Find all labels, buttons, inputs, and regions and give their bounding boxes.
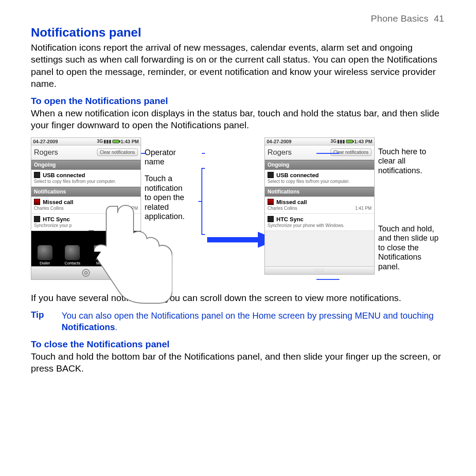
panel-empty-area — [265, 231, 374, 266]
home-icon — [82, 269, 90, 277]
operator-row: Rogers Clear notifications — [265, 145, 374, 160]
dock-mail[interactable]: Mail — [93, 245, 108, 265]
annot-operator: Operator name — [145, 148, 190, 167]
notifications-header: Notifications — [265, 187, 374, 197]
status-date: 04-27-2009 — [33, 139, 58, 144]
tip-block: Tip You can also open the Notifications … — [31, 310, 445, 333]
operator-name: Rogers — [268, 148, 292, 157]
signal-3g-icon: 3G — [331, 139, 336, 144]
ongoing-header: Ongoing — [31, 160, 141, 170]
contacts-icon — [65, 245, 80, 260]
battery-icon — [112, 140, 119, 143]
sync-icon — [268, 216, 274, 222]
signal-3g-icon: 3G — [97, 139, 103, 144]
heading-open-panel: To open the Notifications panel — [31, 96, 445, 106]
notification-htc-sync[interactable]: HTC Sync Synchronize your p — [31, 214, 141, 231]
status-bar: 04-27-2009 3G ▮▮▮ 1:43 PM — [31, 138, 141, 145]
figure-row: 04-27-2009 3G ▮▮▮ 1:43 PM Rogers Clear n… — [31, 138, 445, 287]
sync-icon — [34, 216, 40, 222]
usb-icon — [34, 172, 40, 178]
dialer-icon — [37, 245, 52, 260]
drag-handle[interactable]: ::::: — [265, 266, 374, 274]
ongoing-header: Ongoing — [265, 160, 374, 170]
signal-bars-icon: ▮▮▮ — [104, 139, 112, 144]
status-time: 1:43 PM — [120, 139, 139, 144]
status-bar: 04-27-2009 3G ▮▮▮ 1:43 PM — [265, 138, 374, 145]
clear-notifications-button[interactable]: Clear notifications — [331, 149, 372, 156]
notifications-header: Notifications — [31, 187, 141, 197]
signal-bars-icon: ▮▮▮ — [337, 139, 345, 144]
missed-call-icon — [268, 199, 274, 205]
dock-dialer[interactable]: Dialer — [37, 245, 52, 265]
notification-usb[interactable]: USB connected Select to copy files to/fr… — [265, 170, 374, 187]
notification-missed-call[interactable]: Missed call Charles Collins1:41 PM — [31, 197, 141, 214]
tip-text: You can also open the Notifications pane… — [62, 310, 445, 333]
status-date: 04-27-2009 — [267, 139, 291, 144]
status-time: 1:43 PM — [354, 139, 372, 144]
battery-icon — [346, 140, 353, 143]
notification-htc-sync[interactable]: HTC Sync Synchronize your phone with Win… — [265, 214, 374, 231]
phone-screenshot-left: 04-27-2009 3G ▮▮▮ 1:43 PM Rogers Clear n… — [31, 138, 141, 280]
page-number: 41 — [434, 13, 444, 23]
annot-touch-open: Touch a notification to open the related… — [145, 174, 190, 222]
tip-label: Tip — [31, 310, 44, 333]
phone-screenshot-right: 04-27-2009 3G ▮▮▮ 1:43 PM Rogers Clear n… — [264, 138, 375, 275]
annotation-middle: Operator name Touch a notification to op… — [145, 138, 190, 229]
operator-name: Rogers — [34, 148, 58, 157]
clear-notifications-button[interactable]: Clear notifications — [97, 149, 138, 156]
notification-usb[interactable]: USB connected Select to copy files to/fr… — [31, 170, 141, 187]
section-name: Phone Basics — [371, 13, 428, 23]
heading-notifications-panel: Notifications panel — [31, 26, 445, 40]
annot-slide-close: Touch and hold, and then slide up to clo… — [378, 224, 445, 272]
intro-paragraph: Notification icons report the arrival of… — [31, 41, 445, 89]
mail-icon — [93, 245, 108, 260]
close-paragraph: Touch and hold the bottom bar of the Not… — [31, 350, 445, 375]
open-paragraph: When a new notification icon displays in… — [31, 107, 445, 131]
page-header: Phone Basics 41 — [31, 13, 445, 24]
annotation-right: Touch here to clear all notifications. T… — [378, 138, 445, 279]
dock-contacts[interactable]: Contacts — [64, 245, 80, 265]
heading-close-panel: To close the Notifications panel — [31, 339, 445, 350]
operator-row: Rogers Clear notifications — [31, 145, 141, 160]
annot-touch-clear: Touch here to clear all notifications. — [378, 147, 445, 176]
home-dock: Dialer Contacts Mail Browser — [31, 231, 141, 279]
after-figure-paragraph: If you have several notifications, you c… — [31, 292, 445, 304]
home-bar[interactable] — [31, 266, 141, 279]
notification-missed-call[interactable]: Missed call Charles Collins1:41 PM — [265, 197, 374, 214]
browser-icon — [119, 245, 134, 260]
usb-icon — [268, 172, 274, 178]
missed-call-icon — [34, 199, 40, 205]
dock-browser[interactable]: Browser — [119, 245, 134, 265]
